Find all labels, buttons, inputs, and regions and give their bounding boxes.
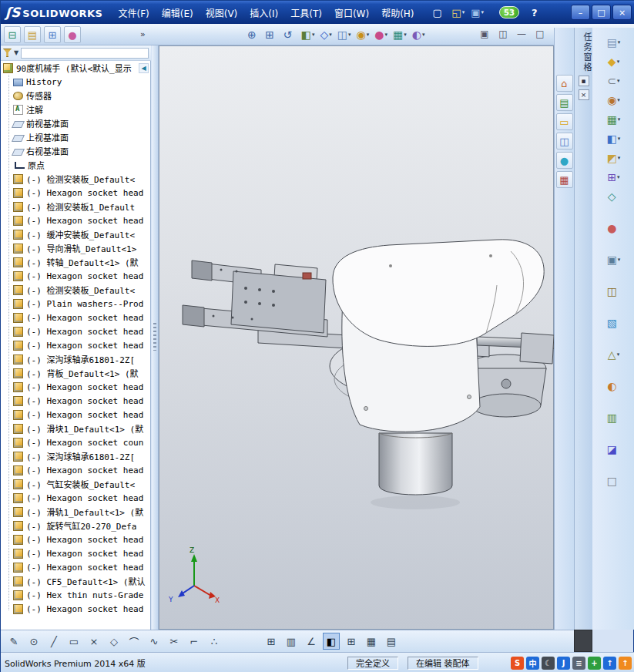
ime-punct-icon[interactable]: J [557, 657, 570, 670]
custom-properties-tab-icon[interactable]: ▦ [556, 171, 573, 188]
panel-splitter[interactable] [152, 45, 159, 630]
ime-halfwidth-icon[interactable]: ☾ [542, 657, 555, 670]
tree-item[interactable]: (-) 深沟球轴承61801-2Z[ [1, 352, 151, 366]
dimension-icon[interactable]: ∠ [303, 633, 320, 650]
edit-appearance-icon[interactable]: ● ▾ [373, 26, 389, 43]
assembly-tool-icon[interactable]: ◆ ▾ [592, 52, 634, 71]
tree-item[interactable]: (-) Hexagon socket head [1, 338, 151, 352]
display-style-icon[interactable]: ◫ ▾ [336, 26, 353, 43]
keyboard-icon[interactable]: ≡ [572, 657, 585, 670]
tree-item[interactable]: (-) Hexagon socket head [1, 546, 151, 560]
close-pane-icon[interactable]: × [579, 89, 589, 100]
assembly-tool-icon[interactable]: ▣ ▾ [592, 250, 634, 269]
propertymanager-tab-icon[interactable]: ▤ [24, 26, 41, 43]
assembly-tool-icon[interactable]: □ ▾ [592, 471, 634, 490]
assembly-tool-icon[interactable]: ● ▾ [592, 218, 634, 237]
assembly-tool-icon[interactable]: ◇ ▾ [592, 186, 634, 206]
tabs-overflow-button[interactable]: » [140, 29, 146, 39]
pin-icon[interactable]: ▪ [579, 76, 589, 86]
polygon-icon[interactable]: ◇ [106, 633, 122, 650]
menu-item[interactable]: 帮助(H) [375, 3, 420, 22]
menu-item[interactable]: 编辑(E) [156, 3, 200, 22]
close-button[interactable]: × [612, 5, 632, 20]
graphics-viewport[interactable]: Z X Y [159, 45, 554, 630]
grid-icon[interactable]: ▤ [383, 633, 400, 650]
table-icon[interactable]: ⊞ [343, 633, 360, 650]
tree-item[interactable]: (-) Hexagon socket head [1, 380, 151, 394]
featuremanager-collapse-button[interactable]: ◀ [139, 63, 149, 73]
arrow-up-blue-icon[interactable]: ↑ [603, 657, 616, 670]
menu-item[interactable]: 窗口(W) [328, 3, 375, 22]
restore-doc-icon[interactable]: □ [534, 29, 546, 39]
new-document-icon[interactable]: ▢ ▾ [431, 5, 448, 20]
tree-item[interactable]: (-) Hexagon socket head [1, 533, 151, 546]
arc-icon[interactable]: ⌒ [126, 633, 143, 650]
sketch-icon[interactable]: ✎ [5, 633, 22, 650]
tree-item[interactable]: (-) 检测安装板1_Default [1, 200, 151, 213]
line-icon[interactable]: ╱ [45, 633, 62, 650]
bom-table-icon[interactable]: ▦ [363, 633, 380, 650]
hide-show-items-icon[interactable]: ◉ ▾ [355, 26, 371, 43]
tile-windows-icon[interactable]: ◫ [497, 29, 509, 39]
tree-item[interactable]: 前视基准面 [1, 116, 151, 130]
tree-item[interactable]: (-) 气缸安装板_Default< [1, 477, 151, 491]
minimize-button[interactable]: – [571, 5, 590, 20]
tree-item[interactable]: 传感器 [1, 89, 151, 102]
minimize-doc-icon[interactable]: — [515, 29, 528, 39]
menu-item[interactable]: 插入(I) [243, 3, 284, 22]
shaded-with-edges-icon[interactable]: ◧ [323, 633, 340, 650]
tree-item[interactable]: (-) 检测安装板_Default< [1, 172, 151, 186]
solidworks-resources-tab-icon[interactable]: ⌂ [556, 75, 573, 92]
tree-item[interactable]: 上视基准面 [1, 130, 151, 144]
spline-icon[interactable]: ∿ [146, 633, 163, 650]
assembly-tool-icon[interactable]: ◐ ▾ [592, 376, 634, 395]
apply-scene-icon[interactable]: ▦ ▾ [391, 26, 408, 43]
tree-item[interactable]: (-) 旋转气缸20-270_Defa [1, 519, 151, 533]
trim-icon[interactable]: ✂ [166, 633, 183, 650]
tree-item[interactable]: (-) 深沟球轴承61801-2Z[ [1, 449, 151, 463]
assembly-tool-icon[interactable]: △ ▾ [592, 344, 634, 364]
arrow-up-orange-icon[interactable]: ↑ [619, 657, 632, 670]
assembly-tool-icon[interactable]: ▦ ▾ [592, 109, 634, 129]
tree-item[interactable]: (-) 背板_Default<1> (默 [1, 366, 151, 380]
rectangle-icon[interactable]: ▭ [65, 633, 82, 650]
tree-item[interactable]: (-) Hexagon socket head [1, 269, 151, 283]
tree-item[interactable]: (-) Hexagon socket head [1, 394, 151, 408]
assembly-tool-icon[interactable]: ▥ ▾ [592, 408, 634, 427]
assembly-tool-icon[interactable]: ◫ ▾ [592, 281, 634, 301]
ime-chinese-icon[interactable]: 中 [526, 657, 539, 670]
offset-icon[interactable]: ▥ [283, 633, 300, 650]
filter-funnel-icon[interactable] [3, 49, 12, 57]
filter-chevron-icon[interactable]: ▼ [14, 49, 18, 56]
assembly-tool-icon[interactable]: ▧ ▾ [592, 313, 634, 332]
view-settings-icon[interactable]: ◐ ▾ [411, 26, 427, 43]
tree-item[interactable]: (-) Hexagon socket head [1, 408, 151, 422]
tree-item[interactable]: (-) 检测安装板_Default< [1, 283, 151, 297]
tree-item[interactable]: History [1, 75, 151, 89]
configurationmanager-tab-icon[interactable]: ⊞ [44, 26, 61, 43]
tree-item[interactable]: 90度机械手 (默认<默认_显示 [1, 61, 151, 75]
tree-item[interactable]: (-) 缓冲安装板_Default< [1, 227, 151, 241]
cad-model[interactable]: Z X Y [159, 46, 555, 630]
section-view-icon[interactable]: ◧ ▾ [300, 26, 317, 43]
tree-item[interactable]: (-) Hexagon socket head [1, 311, 151, 324]
circle-icon[interactable]: ⊙ [25, 633, 42, 650]
zoom-to-area-icon[interactable]: ⊞ ▾ [263, 26, 279, 43]
tree-item[interactable]: (-) Hexagon socket head [1, 463, 151, 477]
tree-filter-input[interactable] [21, 48, 149, 59]
tree-item[interactable]: (-) Hexagon socket head [1, 560, 151, 574]
tree-item[interactable]: 注解 [1, 102, 151, 116]
assembly-tool-icon[interactable]: ⊂ ▾ [592, 71, 634, 90]
assembly-tool-icon[interactable]: ◉ ▾ [592, 90, 634, 109]
point-icon[interactable]: × [86, 633, 102, 650]
menu-item[interactable]: 工具(T) [284, 3, 328, 22]
pattern-icon[interactable]: ∴ [206, 633, 223, 650]
tree-item[interactable]: (-) CF5_Default<1> (默认 [1, 574, 151, 588]
tree-item[interactable]: (-) Hexagon socket coun [1, 435, 151, 449]
tree-item[interactable]: 原点 [1, 158, 151, 172]
assembly-tool-icon[interactable]: ◧ ▾ [592, 129, 634, 148]
save-icon[interactable]: ▣ ▾ [469, 5, 485, 20]
ime-tools-icon[interactable]: + [588, 657, 601, 670]
view-orientation-icon[interactable]: ◇ ▾ [319, 26, 334, 43]
tree-item[interactable]: (-) Plain washers--Prod [1, 297, 151, 311]
